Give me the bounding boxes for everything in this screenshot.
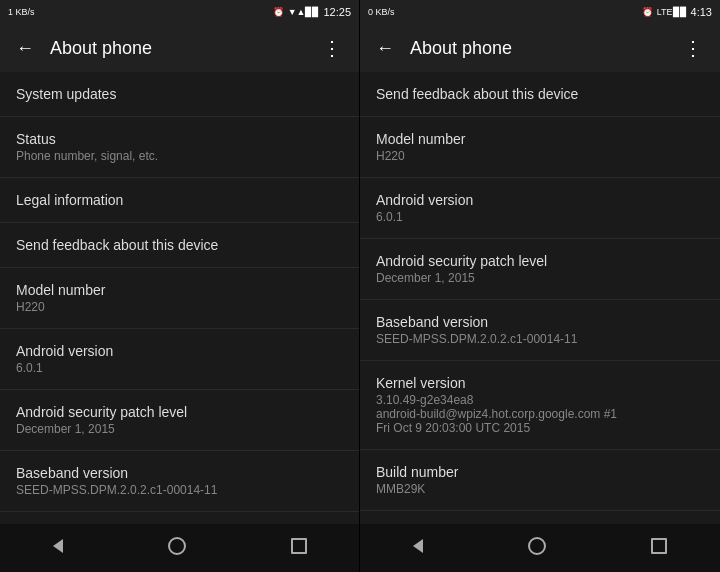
list-item-kernel[interactable]: Kernel version 3.10.49-g2e34ea8 android-… [360,361,720,450]
item-title: Android version [16,343,343,359]
item-subtitle: H220 [16,300,343,314]
content-2: Send feedback about this device Model nu… [360,72,720,524]
signal-icons-1: ▼▲▉▉ [288,7,320,17]
back-nav-icon-1 [53,539,63,556]
network-speed-1: 1 KB/s [8,7,35,17]
app-bar-2: ← About phone ⋮ [360,24,720,72]
item-subtitle: 6.0.1 [16,361,343,375]
item-subtitle: 3.10.49-g2e34ea8 android-build@wpiz4.hot… [376,393,704,435]
back-button-1[interactable]: ← [16,38,34,59]
list-item-build-number[interactable]: Build number MMB29K [360,450,720,511]
item-subtitle: SEED-MPSS.DPM.2.0.2.c1-00014-11 [16,483,343,497]
back-nav-icon-2 [413,539,423,556]
alarm-icon-2: ⏰ [642,7,653,17]
nav-recents-button-1[interactable] [267,530,331,566]
list-item-feedback-2[interactable]: Send feedback about this device [360,72,720,117]
signal-icons-2: LTE▉▉ [657,7,687,17]
item-subtitle: H220 [376,149,704,163]
page-title-2: About phone [410,38,683,59]
page-title-1: About phone [50,38,322,59]
status-bar-1: 1 KB/s ⏰ ▼▲▉▉ 12:25 [0,0,359,24]
list-item-security-patch[interactable]: Android security patch level December 1,… [0,390,359,451]
more-button-2[interactable]: ⋮ [683,36,704,60]
item-title: Model number [16,282,343,298]
item-title: Android security patch level [376,253,704,269]
nav-back-button-1[interactable] [29,531,87,565]
item-title: Legal information [16,192,343,208]
item-title: Kernel version [376,375,704,391]
phone-panel-2: 0 KB/s ⏰ LTE▉▉ 4:13 ← About phone ⋮ Send… [360,0,720,572]
item-title: Baseband version [16,465,343,481]
status-left-2: 0 KB/s [368,7,395,17]
list-item-legal[interactable]: Legal information [0,178,359,223]
list-item-baseband-2[interactable]: Baseband version SEED-MPSS.DPM.2.0.2.c1-… [360,300,720,361]
list-item-status[interactable]: Status Phone number, signal, etc. [0,117,359,178]
nav-home-button-2[interactable] [504,529,570,567]
item-title: Send feedback about this device [376,86,704,102]
time-1: 12:25 [323,6,351,18]
list-item-system-updates[interactable]: System updates [0,72,359,117]
content-1: System updates Status Phone number, sign… [0,72,359,524]
recents-nav-icon-2 [651,540,667,557]
home-nav-icon-2 [528,541,546,558]
more-button-1[interactable]: ⋮ [322,36,343,60]
item-title: System updates [16,86,343,102]
list-item-model-2[interactable]: Model number H220 [360,117,720,178]
nav-bar-2 [360,524,720,572]
network-speed-2: 0 KB/s [368,7,395,17]
alarm-icon-1: ⏰ [273,7,284,17]
nav-home-button-1[interactable] [144,529,210,567]
item-subtitle: Phone number, signal, etc. [16,149,343,163]
status-right-1: ⏰ ▼▲▉▉ 12:25 [273,6,351,18]
list-item-security-patch-2[interactable]: Android security patch level December 1,… [360,239,720,300]
item-title: Android version [376,192,704,208]
item-subtitle: December 1, 2015 [16,422,343,436]
list-item-model[interactable]: Model number H220 [0,268,359,329]
phone-panel-1: 1 KB/s ⏰ ▼▲▉▉ 12:25 ← About phone ⋮ Syst… [0,0,360,572]
item-subtitle: SEED-MPSS.DPM.2.0.2.c1-00014-11 [376,332,704,346]
recents-nav-icon-1 [291,540,307,557]
item-title: Baseband version [376,314,704,330]
list-item-android-version-2[interactable]: Android version 6.0.1 [360,178,720,239]
list-item-baseband[interactable]: Baseband version SEED-MPSS.DPM.2.0.2.c1-… [0,451,359,512]
list-item-feedback[interactable]: Send feedback about this device [0,223,359,268]
item-title: Android security patch level [16,404,343,420]
status-bar-2: 0 KB/s ⏰ LTE▉▉ 4:13 [360,0,720,24]
item-title: Send feedback about this device [16,237,343,253]
nav-bar-1 [0,524,359,572]
app-bar-1: ← About phone ⋮ [0,24,359,72]
status-right-2: ⏰ LTE▉▉ 4:13 [642,6,712,18]
home-nav-icon-1 [168,541,186,558]
item-subtitle: MMB29K [376,482,704,496]
item-title: Status [16,131,343,147]
list-item-android-version[interactable]: Android version 6.0.1 [0,329,359,390]
item-title: Build number [376,464,704,480]
item-subtitle: 6.0.1 [376,210,704,224]
item-subtitle: December 1, 2015 [376,271,704,285]
back-button-2[interactable]: ← [376,38,394,59]
status-left-1: 1 KB/s [8,7,35,17]
time-2: 4:13 [691,6,712,18]
nav-back-button-2[interactable] [389,531,447,565]
item-title: Model number [376,131,704,147]
nav-recents-button-2[interactable] [627,530,691,566]
